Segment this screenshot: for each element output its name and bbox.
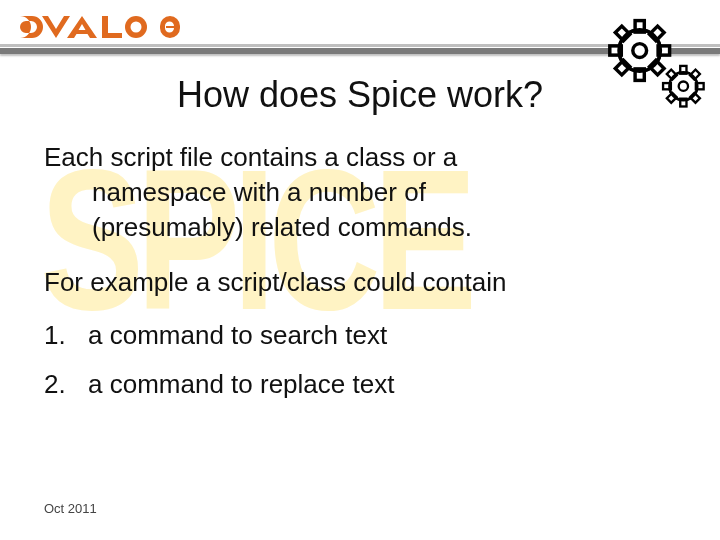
svg-point-1 — [131, 22, 142, 33]
paragraph-2: For example a script/class could contain — [44, 265, 676, 300]
list-number: 1. — [44, 320, 88, 351]
para1-line3: (presumably) related commands. — [44, 210, 676, 245]
paragraph-1: Each script file contains a class or a n… — [44, 140, 676, 245]
list-item: 2. a command to replace text — [44, 369, 676, 400]
gears-icon — [596, 16, 706, 125]
dyalog-logo — [18, 12, 188, 46]
slide-body: Each script file contains a class or a n… — [0, 116, 720, 400]
slide-footer-date: Oct 2011 — [44, 501, 97, 516]
list-text: a command to replace text — [88, 369, 394, 400]
para1-line2: namespace with a number of — [44, 175, 676, 210]
list-text: a command to search text — [88, 320, 387, 351]
list-item: 1. a command to search text — [44, 320, 676, 351]
para1-line1: Each script file contains a class or a — [44, 142, 457, 172]
list-number: 2. — [44, 369, 88, 400]
command-list: 1. a command to search text 2. a command… — [44, 320, 676, 400]
